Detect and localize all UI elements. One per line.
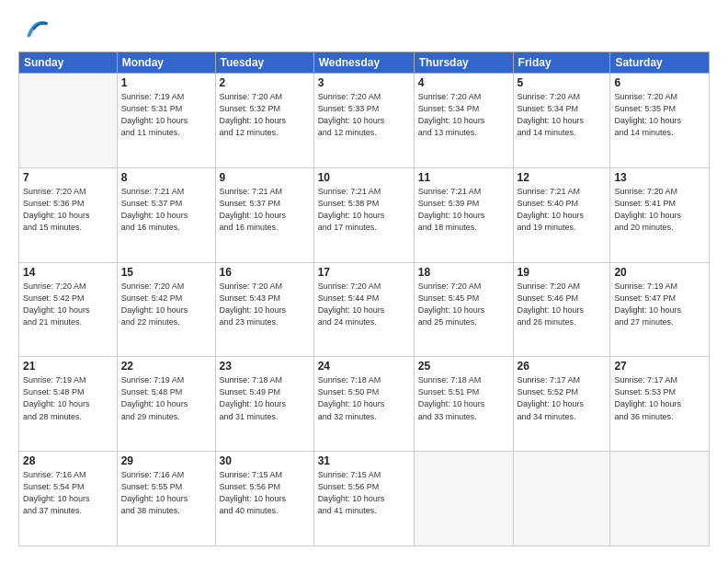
- day-number: 12: [518, 171, 607, 184]
- page: SundayMondayTuesdayWednesdayThursdayFrid…: [0, 0, 728, 563]
- logo-icon: [22, 17, 48, 42]
- day-number: 5: [518, 76, 607, 89]
- day-info: Sunrise: 7:20 AMSunset: 5:36 PMDaylight:…: [23, 186, 113, 234]
- day-cell: 8Sunrise: 7:21 AMSunset: 5:37 PMDaylight…: [117, 167, 215, 262]
- day-cell: 7Sunrise: 7:20 AMSunset: 5:36 PMDaylight…: [19, 167, 118, 262]
- day-info: Sunrise: 7:19 AMSunset: 5:48 PMDaylight:…: [121, 374, 211, 422]
- day-number: 8: [121, 171, 211, 184]
- day-info: Sunrise: 7:20 AMSunset: 5:42 PMDaylight:…: [23, 281, 113, 328]
- day-info: Sunrise: 7:17 AMSunset: 5:53 PMDaylight:…: [614, 374, 705, 422]
- day-info: Sunrise: 7:20 AMSunset: 5:46 PMDaylight:…: [518, 281, 607, 328]
- week-row-4: 21Sunrise: 7:19 AMSunset: 5:48 PMDayligh…: [19, 357, 710, 452]
- weekday-sunday: Sunday: [19, 52, 118, 74]
- day-number: 7: [23, 171, 113, 184]
- day-cell: 12Sunrise: 7:21 AMSunset: 5:40 PMDayligh…: [513, 167, 610, 262]
- day-cell: 22Sunrise: 7:19 AMSunset: 5:48 PMDayligh…: [117, 357, 215, 452]
- day-info: Sunrise: 7:21 AMSunset: 5:40 PMDaylight:…: [518, 186, 607, 234]
- day-info: Sunrise: 7:15 AMSunset: 5:56 PMDaylight:…: [220, 469, 310, 517]
- day-info: Sunrise: 7:20 AMSunset: 5:35 PMDaylight:…: [614, 91, 705, 139]
- day-cell: 3Sunrise: 7:20 AMSunset: 5:33 PMDaylight…: [313, 74, 414, 168]
- day-number: 9: [220, 171, 310, 184]
- day-cell: 9Sunrise: 7:21 AMSunset: 5:37 PMDaylight…: [215, 167, 313, 262]
- day-cell: 14Sunrise: 7:20 AMSunset: 5:42 PMDayligh…: [19, 262, 118, 357]
- day-cell: 13Sunrise: 7:20 AMSunset: 5:41 PMDayligh…: [610, 167, 710, 262]
- day-number: 16: [220, 266, 310, 279]
- day-info: Sunrise: 7:17 AMSunset: 5:52 PMDaylight:…: [518, 374, 607, 422]
- week-row-3: 14Sunrise: 7:20 AMSunset: 5:42 PMDayligh…: [19, 262, 710, 357]
- day-number: 15: [121, 266, 211, 279]
- weekday-monday: Monday: [117, 52, 215, 74]
- calendar-body: 1Sunrise: 7:19 AMSunset: 5:31 PMDaylight…: [19, 74, 710, 546]
- day-number: 17: [318, 266, 410, 279]
- day-info: Sunrise: 7:20 AMSunset: 5:44 PMDaylight:…: [318, 281, 410, 328]
- day-number: 1: [121, 76, 211, 89]
- day-cell: 26Sunrise: 7:17 AMSunset: 5:52 PMDayligh…: [513, 357, 610, 452]
- day-cell: 29Sunrise: 7:16 AMSunset: 5:55 PMDayligh…: [117, 452, 215, 546]
- day-number: 22: [121, 360, 211, 373]
- day-number: 13: [614, 171, 705, 184]
- day-info: Sunrise: 7:18 AMSunset: 5:50 PMDaylight:…: [318, 374, 410, 422]
- weekday-header: SundayMondayTuesdayWednesdayThursdayFrid…: [19, 52, 710, 74]
- day-cell: 16Sunrise: 7:20 AMSunset: 5:43 PMDayligh…: [215, 262, 313, 357]
- weekday-thursday: Thursday: [414, 52, 513, 74]
- week-row-1: 1Sunrise: 7:19 AMSunset: 5:31 PMDaylight…: [19, 74, 710, 168]
- day-cell: 6Sunrise: 7:20 AMSunset: 5:35 PMDaylight…: [610, 74, 710, 168]
- day-cell: 2Sunrise: 7:20 AMSunset: 5:32 PMDaylight…: [215, 74, 313, 168]
- day-number: 27: [614, 360, 705, 373]
- day-info: Sunrise: 7:19 AMSunset: 5:48 PMDaylight:…: [23, 374, 113, 422]
- day-info: Sunrise: 7:18 AMSunset: 5:51 PMDaylight:…: [418, 374, 509, 422]
- day-cell: 25Sunrise: 7:18 AMSunset: 5:51 PMDayligh…: [414, 357, 513, 452]
- day-info: Sunrise: 7:16 AMSunset: 5:54 PMDaylight:…: [23, 469, 113, 517]
- day-info: Sunrise: 7:16 AMSunset: 5:55 PMDaylight:…: [121, 469, 211, 517]
- day-cell: 5Sunrise: 7:20 AMSunset: 5:34 PMDaylight…: [513, 74, 610, 168]
- weekday-friday: Friday: [513, 52, 610, 74]
- day-cell: [513, 452, 610, 546]
- week-row-2: 7Sunrise: 7:20 AMSunset: 5:36 PMDaylight…: [19, 167, 710, 262]
- day-cell: 30Sunrise: 7:15 AMSunset: 5:56 PMDayligh…: [215, 452, 313, 546]
- day-info: Sunrise: 7:20 AMSunset: 5:41 PMDaylight:…: [614, 186, 705, 234]
- day-cell: 21Sunrise: 7:19 AMSunset: 5:48 PMDayligh…: [19, 357, 118, 452]
- day-number: 19: [518, 266, 607, 279]
- day-number: 21: [23, 360, 113, 373]
- day-cell: 28Sunrise: 7:16 AMSunset: 5:54 PMDayligh…: [19, 452, 118, 546]
- day-number: 30: [220, 454, 310, 467]
- day-number: 10: [318, 171, 410, 184]
- day-number: 3: [318, 76, 410, 89]
- weekday-tuesday: Tuesday: [215, 52, 313, 74]
- day-number: 26: [518, 360, 607, 373]
- day-cell: 10Sunrise: 7:21 AMSunset: 5:38 PMDayligh…: [313, 167, 414, 262]
- day-cell: 27Sunrise: 7:17 AMSunset: 5:53 PMDayligh…: [610, 357, 710, 452]
- day-cell: 20Sunrise: 7:19 AMSunset: 5:47 PMDayligh…: [610, 262, 710, 357]
- day-number: 31: [318, 454, 410, 467]
- day-info: Sunrise: 7:20 AMSunset: 5:34 PMDaylight:…: [518, 91, 607, 139]
- day-cell: 31Sunrise: 7:15 AMSunset: 5:56 PMDayligh…: [313, 452, 414, 546]
- day-cell: [19, 74, 118, 168]
- day-cell: 19Sunrise: 7:20 AMSunset: 5:46 PMDayligh…: [513, 262, 610, 357]
- day-info: Sunrise: 7:21 AMSunset: 5:37 PMDaylight:…: [220, 186, 310, 234]
- day-cell: 23Sunrise: 7:18 AMSunset: 5:49 PMDayligh…: [215, 357, 313, 452]
- day-cell: 17Sunrise: 7:20 AMSunset: 5:44 PMDayligh…: [313, 262, 414, 357]
- day-info: Sunrise: 7:19 AMSunset: 5:31 PMDaylight:…: [121, 91, 211, 139]
- day-info: Sunrise: 7:20 AMSunset: 5:42 PMDaylight:…: [121, 281, 211, 328]
- day-cell: 1Sunrise: 7:19 AMSunset: 5:31 PMDaylight…: [117, 74, 215, 168]
- day-info: Sunrise: 7:21 AMSunset: 5:38 PMDaylight:…: [318, 186, 410, 234]
- day-cell: 4Sunrise: 7:20 AMSunset: 5:34 PMDaylight…: [414, 74, 513, 168]
- day-cell: [414, 452, 513, 546]
- day-number: 14: [23, 266, 113, 279]
- week-row-5: 28Sunrise: 7:16 AMSunset: 5:54 PMDayligh…: [19, 452, 710, 546]
- weekday-saturday: Saturday: [610, 52, 710, 74]
- day-info: Sunrise: 7:20 AMSunset: 5:34 PMDaylight:…: [418, 91, 509, 139]
- day-info: Sunrise: 7:15 AMSunset: 5:56 PMDaylight:…: [318, 469, 410, 517]
- day-cell: 15Sunrise: 7:20 AMSunset: 5:42 PMDayligh…: [117, 262, 215, 357]
- day-number: 11: [418, 171, 509, 184]
- calendar: SundayMondayTuesdayWednesdayThursdayFrid…: [18, 52, 710, 546]
- day-info: Sunrise: 7:19 AMSunset: 5:47 PMDaylight:…: [614, 281, 705, 328]
- day-number: 20: [614, 266, 705, 279]
- day-number: 28: [23, 454, 113, 467]
- day-info: Sunrise: 7:20 AMSunset: 5:32 PMDaylight:…: [220, 91, 310, 139]
- day-info: Sunrise: 7:21 AMSunset: 5:37 PMDaylight:…: [121, 186, 211, 234]
- day-number: 18: [418, 266, 509, 279]
- day-info: Sunrise: 7:21 AMSunset: 5:39 PMDaylight:…: [418, 186, 509, 234]
- day-cell: 24Sunrise: 7:18 AMSunset: 5:50 PMDayligh…: [313, 357, 414, 452]
- day-cell: 18Sunrise: 7:20 AMSunset: 5:45 PMDayligh…: [414, 262, 513, 357]
